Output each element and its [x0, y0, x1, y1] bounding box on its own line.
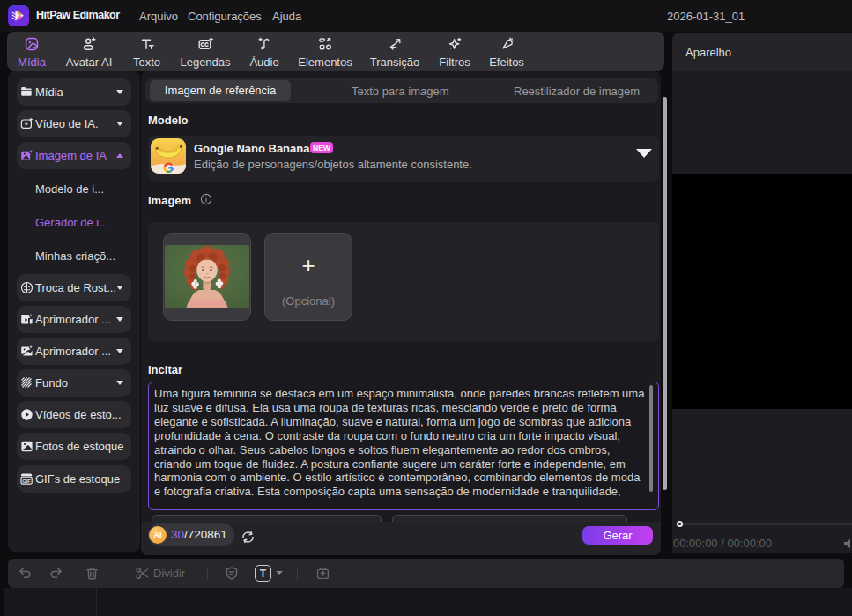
svg-text:GIF: GIF [22, 478, 31, 483]
